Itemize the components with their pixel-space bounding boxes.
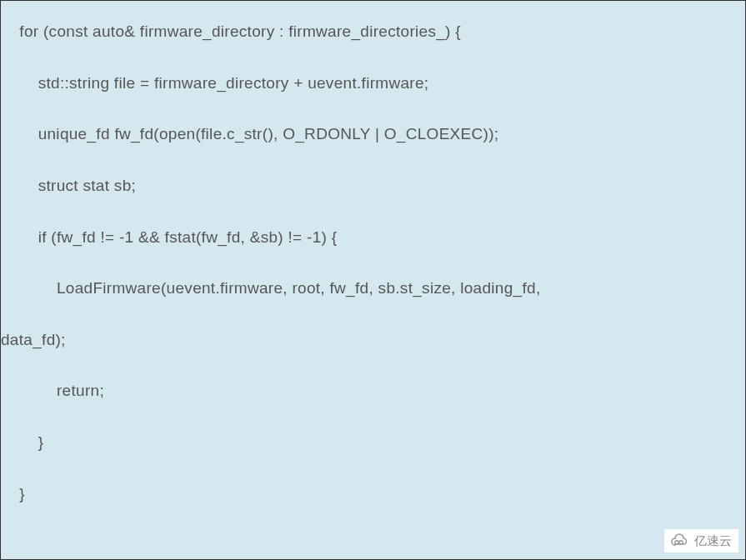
code-line: unique_fd fw_fd(open(file.c_str(), O_RDO… (1, 123, 745, 145)
code-line: if (fw_fd != -1 && fstat(fw_fd, &sb) != … (1, 227, 745, 248)
svg-point-0 (675, 541, 678, 544)
code-line: } (1, 483, 745, 505)
code-line: struct stat sb; (1, 175, 745, 197)
code-line: LoadFirmware(uevent.firmware, root, fw_f… (1, 278, 745, 299)
code-line: return; (1, 380, 745, 402)
code-line: std::string file = firmware_directory + … (1, 72, 745, 94)
code-snippet-box: for (const auto& firmware_directory : fi… (0, 0, 746, 560)
watermark-text: 亿速云 (694, 533, 732, 549)
code-line: for (const auto& firmware_directory : fi… (1, 21, 745, 42)
code-content: for (const auto& firmware_directory : fi… (1, 1, 745, 524)
watermark: 亿速云 (664, 529, 738, 552)
code-line: data_fd); (1, 329, 745, 351)
cloud-logo-icon (669, 533, 689, 548)
code-line: } (1, 432, 745, 453)
svg-point-1 (679, 541, 683, 544)
